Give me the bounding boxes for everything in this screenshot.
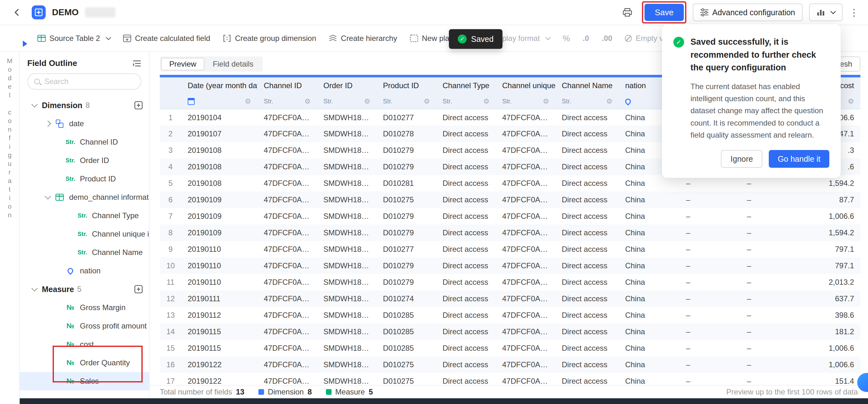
cell-order_id: SMDWH18000... <box>317 241 377 257</box>
notification-body: The current dataset has enabled intellig… <box>690 81 829 142</box>
search-input[interactable] <box>44 77 134 86</box>
number-icon: № <box>67 377 74 385</box>
hierarchy-icon <box>329 35 337 42</box>
chevron-right-icon[interactable] <box>45 121 51 127</box>
field-item[interactable]: date <box>20 115 149 133</box>
col-header-channel_id[interactable]: Channel ID <box>257 77 317 94</box>
cell-channel_type: Direct access <box>436 373 496 385</box>
field-item[interactable]: №Order Quantity <box>20 353 149 372</box>
field-item-label: Order Quantity <box>80 358 130 367</box>
field-item-label: Sales <box>80 377 99 385</box>
field-item[interactable]: Str.Product ID <box>20 170 149 188</box>
cell-product_id: D010274 <box>377 290 436 307</box>
field-item[interactable]: №Gross profit amount <box>20 317 149 335</box>
col-header-product_id[interactable]: Product ID <box>377 77 436 94</box>
col-type-product_id: Str.⚙ <box>377 94 436 109</box>
check-icon <box>458 35 467 43</box>
tab-preview[interactable]: Preview <box>161 58 205 70</box>
advanced-configuration-label: Advanced configuration <box>712 8 795 17</box>
cell-cost: 797.1 <box>804 241 860 257</box>
tab-field-details[interactable]: Field details <box>205 58 261 70</box>
cell-channel_type: Direct access <box>436 126 496 142</box>
cell-channel_name: Direct access <box>555 340 619 356</box>
dimension-section-header[interactable]: Dimension 8 <box>20 96 149 115</box>
chevron-down-icon[interactable] <box>45 193 51 199</box>
advanced-configuration-button[interactable]: Advanced configuration <box>693 3 803 21</box>
create-group-dimension-button[interactable]: Create group dimension <box>223 34 316 43</box>
cell-order_id: SMDWH18000... <box>317 340 377 356</box>
ignore-button[interactable]: Ignore <box>721 150 763 168</box>
col-type-channel_id: Str.⚙ <box>257 94 317 109</box>
field-item[interactable]: №Sales <box>20 372 149 391</box>
panel-expand-handle[interactable] <box>23 40 27 47</box>
field-item[interactable]: demo_channel informati... <box>20 188 149 207</box>
cell-order_id: SMDWH18000... <box>317 356 377 373</box>
table-row: 132019011247DFCF0A-87A...SMDWH18000...D0… <box>160 307 860 323</box>
field-item[interactable]: Str.Channel unique iden... <box>20 225 149 243</box>
percent-format-button[interactable]: % <box>563 34 570 43</box>
column-settings-gear-icon[interactable]: ⚙ <box>848 97 854 105</box>
create-calculated-field-button[interactable]: Create calculated field <box>123 34 210 43</box>
field-item[interactable]: №Gross Margin <box>20 299 149 317</box>
chart-view-button[interactable] <box>809 3 843 21</box>
add-field-icon[interactable] <box>134 101 143 110</box>
cell-order_id: SMDWH18000... <box>317 307 377 323</box>
cell-order_id: SMDWH18000... <box>317 175 377 191</box>
source-table-selector[interactable]: Source Table 2 <box>37 34 110 43</box>
column-settings-gear-icon[interactable]: ⚙ <box>483 97 490 105</box>
field-item[interactable]: Str.Channel Name <box>20 243 149 261</box>
cell-order_id: SMDWH18000... <box>317 274 377 290</box>
col-header-idx[interactable] <box>160 77 181 94</box>
placeholder-icon <box>410 35 418 42</box>
save-button[interactable]: Save <box>645 4 683 21</box>
cell-order_id: SMDWH18000... <box>317 159 377 175</box>
cell-cost: 2,013.2 <box>804 274 860 290</box>
cell-product_id: D010285 <box>377 307 436 323</box>
cell-channel_name: Direct access <box>555 373 619 385</box>
cell-order_id: SMDWH18000... <box>317 109 377 126</box>
column-settings-gear-icon[interactable]: ⚙ <box>245 97 251 105</box>
print-icon[interactable] <box>619 4 636 21</box>
field-item[interactable]: №cost <box>20 335 149 353</box>
field-item[interactable]: nation <box>20 261 149 280</box>
add-field-icon[interactable] <box>134 285 143 293</box>
cell-channel_id: 47DFCF0A-87A... <box>257 323 317 340</box>
cell-gross_profit: – <box>741 340 804 356</box>
cell-order_id: SMDWH18000... <box>317 142 377 159</box>
col-type-channel_unique: Str.⚙ <box>496 94 555 109</box>
column-settings-gear-icon[interactable]: ⚙ <box>424 97 430 105</box>
increase-decimal-button[interactable]: .00 <box>602 34 612 43</box>
decrease-decimal-button[interactable]: .0 <box>583 34 589 43</box>
field-item[interactable]: Str.Order ID <box>20 151 149 170</box>
cell-channel_unique: 47DFCF0A-87A... <box>496 323 555 340</box>
back-icon[interactable] <box>9 4 25 21</box>
cell-product_id: D010277 <box>377 109 436 126</box>
outline-collapse-icon[interactable] <box>132 60 142 67</box>
col-header-date[interactable]: Date (year month day) <box>181 77 257 94</box>
field-item-label: Channel Name <box>92 248 143 257</box>
column-settings-gear-icon[interactable]: ⚙ <box>606 97 613 105</box>
column-settings-gear-icon[interactable]: ⚙ <box>543 97 549 105</box>
field-item[interactable]: Str.Channel ID <box>20 133 149 151</box>
go-handle-it-button[interactable]: Go handle it <box>769 150 829 168</box>
create-hierarchy-button[interactable]: Create hierarchy <box>329 34 397 43</box>
cell-channel_name: Direct access <box>555 290 619 307</box>
more-menu-icon[interactable]: ⋮ <box>849 4 859 21</box>
cell-gross_margin: – <box>680 191 741 208</box>
field-item[interactable]: Str.Channel Type <box>20 207 149 225</box>
string-type-icon: Str. <box>502 98 512 105</box>
preview-limit-note: Preview up to the first 100 rows of data <box>726 387 858 396</box>
col-header-channel_name[interactable]: Channel Name <box>555 77 619 94</box>
cell-channel_type: Direct access <box>436 340 496 356</box>
cell-gross_profit: – <box>741 290 804 307</box>
column-settings-gear-icon[interactable]: ⚙ <box>364 97 370 105</box>
cell-gross_profit: – <box>741 191 804 208</box>
string-icon: Str. <box>66 138 75 146</box>
field-item-label: Product ID <box>80 175 116 183</box>
col-header-order_id[interactable]: Order ID <box>317 77 377 94</box>
col-header-channel_type[interactable]: Channel Type <box>436 77 496 94</box>
status-bar: Total number of fields13 Dimension8 Meas… <box>150 385 868 398</box>
column-settings-gear-icon[interactable]: ⚙ <box>304 97 311 105</box>
measure-section-header[interactable]: Measure 5 <box>20 280 149 299</box>
col-header-channel_unique[interactable]: Channel unique ... <box>496 77 555 94</box>
